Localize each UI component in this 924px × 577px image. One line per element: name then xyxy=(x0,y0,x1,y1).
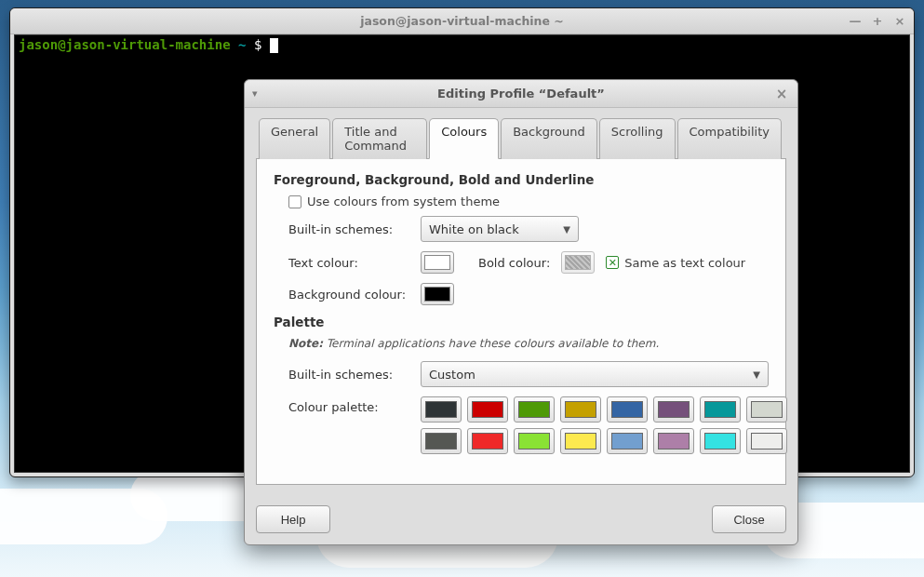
palette-colour-0[interactable] xyxy=(421,396,462,423)
terminal-cursor xyxy=(270,38,278,53)
palette-grid xyxy=(421,396,787,454)
palette-swatch xyxy=(658,401,690,418)
palette-swatch xyxy=(472,401,503,418)
palette-colour-7[interactable] xyxy=(746,396,787,423)
same-as-text-label: Same as text colour xyxy=(624,256,745,270)
tab-bar: General Title and Command Colours Backgr… xyxy=(256,117,786,159)
text-colour-swatch xyxy=(424,255,450,270)
palette-note: Note: Terminal applications have these c… xyxy=(288,337,769,350)
palette-colour-10[interactable] xyxy=(514,428,555,454)
tab-background[interactable]: Background xyxy=(501,118,597,159)
colour-palette-label: Colour palette: xyxy=(288,396,409,414)
palette-builtin-schemes-combo[interactable]: Custom ▼ xyxy=(421,361,769,387)
same-as-text-checkbox[interactable]: Same as text colour xyxy=(606,256,745,270)
palette-colour-3[interactable] xyxy=(560,396,601,423)
close-dialog-button[interactable]: Close xyxy=(712,505,786,533)
palette-swatch xyxy=(751,433,783,450)
tab-general[interactable]: General xyxy=(259,118,330,159)
bold-colour-button[interactable] xyxy=(561,251,595,274)
builtin-schemes-combo[interactable]: White on black ▼ xyxy=(421,216,579,242)
checkbox-icon xyxy=(288,195,301,208)
section-foreground-title: Foreground, Background, Bold and Underli… xyxy=(274,172,769,187)
bold-colour-swatch xyxy=(565,255,591,270)
builtin-schemes-label: Built-in schemes: xyxy=(288,222,409,236)
palette-colour-6[interactable] xyxy=(700,396,741,423)
palette-colour-13[interactable] xyxy=(653,428,694,454)
tab-compatibility[interactable]: Compatibility xyxy=(677,118,783,159)
palette-colour-14[interactable] xyxy=(700,428,741,454)
palette-swatch xyxy=(518,433,550,450)
palette-swatch xyxy=(704,433,736,450)
use-system-theme-label: Use colours from system theme xyxy=(307,195,500,208)
palette-colour-8[interactable] xyxy=(421,428,462,454)
palette-colour-15[interactable] xyxy=(746,428,787,454)
dialog-close-icon[interactable]: × xyxy=(773,86,790,102)
palette-swatch xyxy=(751,401,783,418)
tab-panel-colours: Foreground, Background, Bold and Underli… xyxy=(256,159,786,485)
help-button[interactable]: Help xyxy=(256,505,330,533)
palette-swatch xyxy=(611,433,643,450)
chevron-down-icon: ▼ xyxy=(753,369,760,380)
palette-swatch xyxy=(472,433,503,450)
palette-swatch xyxy=(565,433,596,450)
prompt-user-host: jason@jason-virtual-machine xyxy=(19,37,231,52)
maximize-button[interactable]: + xyxy=(869,12,886,29)
palette-swatch xyxy=(658,433,690,450)
bold-colour-label: Bold colour: xyxy=(478,256,550,270)
profile-dialog: ▾ Editing Profile “Default” × General Ti… xyxy=(244,79,798,545)
palette-swatch xyxy=(565,401,596,418)
palette-colour-4[interactable] xyxy=(607,396,648,423)
tab-title-and-command[interactable]: Title and Command xyxy=(332,118,427,159)
background-colour-button[interactable] xyxy=(421,283,454,305)
palette-colour-1[interactable] xyxy=(467,396,508,423)
background-colour-swatch xyxy=(424,287,450,302)
close-button[interactable]: × xyxy=(891,12,908,29)
background-colour-label: Background colour: xyxy=(288,288,409,302)
dialog-menu-icon[interactable]: ▾ xyxy=(252,87,258,100)
use-system-theme-checkbox[interactable]: Use colours from system theme xyxy=(288,195,500,208)
section-palette-title: Palette xyxy=(274,315,769,329)
palette-colour-2[interactable] xyxy=(514,396,555,423)
dialog-title: Editing Profile “Default” xyxy=(437,87,605,101)
text-colour-label: Text colour: xyxy=(288,256,409,270)
palette-builtin-schemes-value: Custom xyxy=(429,368,475,382)
dialog-titlebar[interactable]: ▾ Editing Profile “Default” × xyxy=(245,80,797,108)
minimize-button[interactable]: — xyxy=(847,12,864,29)
palette-swatch xyxy=(425,401,457,418)
palette-colour-9[interactable] xyxy=(467,428,508,454)
palette-colour-12[interactable] xyxy=(607,428,648,454)
terminal-titlebar[interactable]: jason@jason-virtual-machine ~ — + × xyxy=(10,8,914,34)
palette-swatch xyxy=(704,401,736,418)
palette-colour-11[interactable] xyxy=(560,428,601,454)
palette-builtin-schemes-label: Built-in schemes: xyxy=(288,368,409,382)
builtin-schemes-value: White on black xyxy=(429,222,519,236)
palette-swatch xyxy=(425,433,457,450)
palette-swatch xyxy=(611,401,643,418)
text-colour-button[interactable] xyxy=(421,251,454,274)
terminal-title: jason@jason-virtual-machine ~ xyxy=(360,14,564,28)
palette-colour-5[interactable] xyxy=(653,396,694,423)
checkbox-checked-icon xyxy=(606,256,619,269)
tab-colours[interactable]: Colours xyxy=(429,118,499,159)
palette-swatch xyxy=(518,401,550,418)
tab-scrolling[interactable]: Scrolling xyxy=(599,118,676,159)
chevron-down-icon: ▼ xyxy=(563,224,570,235)
